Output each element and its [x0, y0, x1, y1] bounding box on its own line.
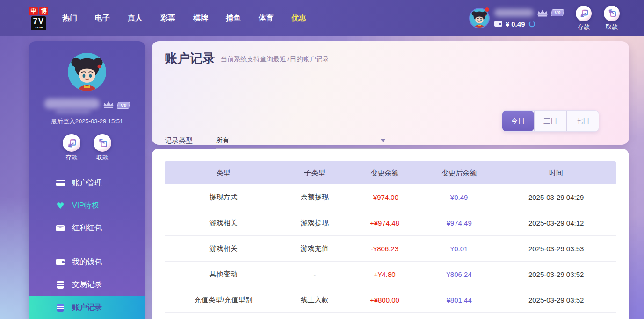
nav-item[interactable]: 体育: [259, 14, 274, 23]
menu-item-label: 账户记录: [72, 303, 102, 312]
deposit-button[interactable]: 存款: [63, 134, 80, 162]
blurred-user-detail: [56, 111, 90, 113]
nav-item[interactable]: 真人: [128, 14, 143, 23]
sidebar-menu-item[interactable]: 红利红包: [29, 217, 145, 239]
nav-item[interactable]: 热门: [62, 14, 77, 23]
cell-type: 其他变动: [165, 270, 282, 279]
cell-type: 游戏相关: [165, 219, 282, 227]
crown-icon: [102, 100, 115, 109]
vip-icon: [55, 201, 65, 210]
deposit-icon: [63, 134, 80, 152]
table-header-cell: 时间: [496, 169, 616, 177]
sidebar-user-row: V0: [44, 99, 130, 109]
nav-item[interactable]: 棋牌: [193, 14, 208, 23]
cell-time: 2025-03-29 03:53: [496, 245, 616, 253]
nav-item[interactable]: 电子: [95, 14, 110, 23]
cell-subtype: 游戏充值: [282, 244, 347, 253]
table-body: 提现方式 余额提现 -¥974.00 ¥0.49 2025-03-29 04:2…: [165, 184, 616, 313]
crown-icon: [536, 9, 549, 17]
sidebar-quick-actions: 存款 取款: [63, 134, 111, 162]
logo-suffix-text: .com: [33, 26, 44, 29]
deposit-icon: [576, 6, 592, 21]
sidebar-menu-item[interactable]: 我的钱包: [29, 251, 145, 273]
menu-item-label: 红利红包: [72, 223, 102, 233]
cell-change-amount: -¥974.00: [347, 193, 422, 201]
logo-brand-chars: 申 博: [29, 7, 48, 15]
doc-icon: [55, 303, 65, 312]
account-records-table-panel: 类型子类型变更余额变更后余额时间 提现方式 余额提现 -¥974.00 ¥0.4…: [152, 149, 629, 319]
user-info-column: V0 ¥ 0.49: [494, 9, 564, 28]
sidebar-avatar: [68, 53, 106, 91]
wallet-icon: [494, 21, 502, 27]
menu-item-label: 交易记录: [72, 280, 102, 290]
sidebar-menu-item[interactable]: 交易记录: [29, 273, 145, 296]
sidebar: V0 最后登入2025-03-29 15:51 存款 取款 账户管理: [29, 41, 145, 319]
withdraw-button[interactable]: 取款: [94, 134, 111, 162]
refresh-balance-icon[interactable]: [528, 20, 536, 28]
withdraw-label: 取款: [606, 23, 618, 31]
nav-item[interactable]: 优惠: [291, 14, 306, 23]
menu-item-label: VIP特权: [72, 201, 99, 211]
range-button[interactable]: 七日: [566, 111, 599, 131]
table-row: 充值类型/充值型别 线上入款 +¥800.00 ¥801.44 2025-03-…: [165, 287, 616, 313]
deposit-label: 存款: [578, 23, 590, 31]
cell-subtype: 线上入款: [282, 296, 347, 305]
cell-type: 提现方式: [165, 193, 282, 202]
user-avatar[interactable]: [469, 8, 490, 28]
sidebar-menu-item[interactable]: VIP特权: [29, 194, 145, 217]
menu-divider: [42, 245, 132, 245]
top-navbar: 申 博 7V .com 热门电子真人彩票棋牌捕鱼体育优惠 V0: [0, 0, 644, 36]
logo-main-text: 7V: [33, 17, 44, 26]
record-type-select[interactable]: 所有: [216, 133, 390, 149]
cell-type: 游戏相关: [165, 244, 282, 253]
table-header-cell: 变更余额: [347, 169, 422, 177]
main-nav: 热门电子真人彩票棋牌捕鱼体育优惠: [62, 14, 306, 23]
cell-time: 2025-03-29 03:52: [496, 270, 616, 278]
withdraw-button[interactable]: 取款: [604, 6, 620, 31]
sidebar-menu: 账户管理 VIP特权 红利红包 我的钱包 交易记录 账户: [29, 172, 145, 319]
cell-time: 2025-03-29 04:12: [496, 219, 616, 227]
cell-subtype: 余额提现: [282, 193, 347, 202]
sidebar-menu-bottom: 我的钱包 交易记录 账户记录: [29, 251, 145, 319]
table-header-cell: 变更后余额: [422, 169, 496, 177]
table-row: 游戏相关 游戏提现 +¥974.48 ¥974.49 2025-03-29 04…: [165, 210, 616, 236]
menu-item-label: 账户管理: [72, 178, 102, 188]
withdraw-icon: [604, 6, 620, 21]
record-type-value: 所有: [216, 136, 229, 145]
range-button[interactable]: 三日: [534, 111, 566, 131]
logo-main-box: 7V .com: [31, 16, 46, 30]
blurred-username: [494, 9, 534, 17]
logo-char: 博: [39, 7, 48, 15]
range-button[interactable]: 今日: [502, 111, 534, 131]
envelope-icon: [55, 223, 65, 233]
doc-icon: [55, 280, 65, 289]
table-row: 其他变动 - +¥4.80 ¥806.24 2025-03-29 03:52: [165, 262, 616, 287]
cell-balance-after: ¥801.44: [422, 296, 496, 304]
nav-item[interactable]: 捕鱼: [226, 14, 241, 23]
record-type-label: 记录类型: [165, 136, 216, 145]
cell-balance-after: ¥0.01: [422, 245, 496, 253]
last-login-text: 最后登入2025-03-29 15:51: [51, 117, 123, 126]
page-subtitle: 当前系统支持查询最近7日的账户记录: [221, 55, 329, 65]
account-records-filter-panel: 账户记录 当前系统支持查询最近7日的账户记录 记录类型 所有 交易日期 2025…: [152, 41, 629, 145]
table-header-cell: 类型: [165, 169, 282, 177]
cell-subtype: 游戏提现: [282, 219, 347, 227]
menu-item-label: 我的钱包: [72, 257, 102, 267]
nav-item[interactable]: 彩票: [160, 14, 175, 23]
card-icon: [55, 178, 65, 188]
cell-balance-after: ¥0.49: [422, 193, 496, 201]
cell-change-amount: +¥4.80: [347, 270, 422, 278]
cell-balance-after: ¥974.49: [422, 219, 496, 227]
vip-level-badge: V0: [117, 102, 130, 109]
sidebar-menu-item[interactable]: 账户记录: [29, 296, 145, 319]
logo-char: 申: [29, 7, 38, 15]
deposit-button[interactable]: 存款: [576, 6, 592, 31]
cell-change-amount: +¥974.48: [347, 219, 422, 227]
deposit-label: 存款: [65, 153, 78, 162]
navbar-user-area: V0 ¥ 0.49 存款 取款: [469, 6, 620, 31]
wallet-icon: [55, 257, 65, 267]
table-row: 提现方式 余额提现 -¥974.00 ¥0.49 2025-03-29 04:2…: [165, 184, 616, 210]
sidebar-menu-item[interactable]: 账户管理: [29, 172, 145, 194]
site-logo[interactable]: 申 博 7V .com: [29, 7, 48, 30]
cell-change-amount: -¥806.23: [347, 245, 422, 253]
